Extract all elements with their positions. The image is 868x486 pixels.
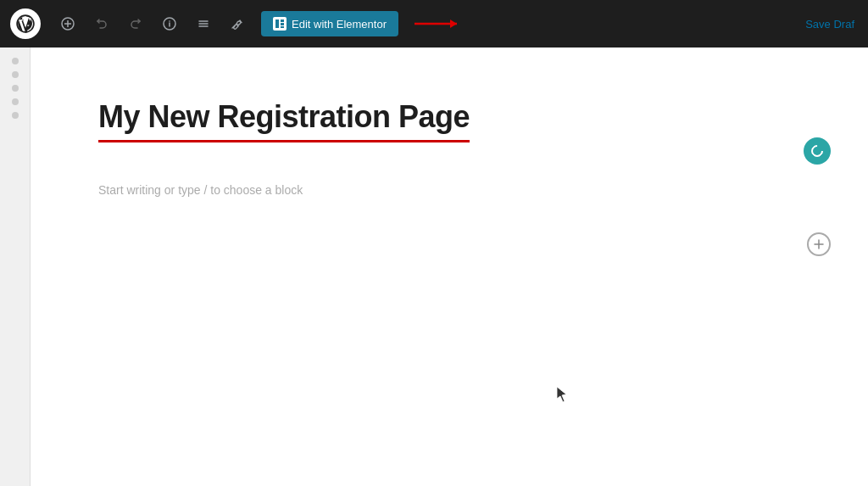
sidebar-dot-2 [12, 71, 19, 78]
sidebar-panel [0, 47, 31, 486]
sidebar-dot-1 [12, 58, 19, 64]
svg-rect-12 [281, 23, 284, 25]
elementor-icon [273, 17, 287, 31]
sidebar-dot-5 [12, 112, 19, 119]
main-content: My New Registration Page Start writing o… [31, 47, 868, 486]
add-block-button[interactable] [807, 232, 831, 256]
arrow-indicator [410, 15, 461, 32]
toolbar: Edit with Elementor Save Draf [0, 0, 868, 47]
undo-icon[interactable] [88, 10, 115, 37]
tools-icon[interactable] [224, 10, 251, 37]
redo-icon[interactable] [122, 10, 149, 37]
save-draft-label: Save Draf [805, 18, 854, 31]
svg-point-6 [169, 20, 170, 22]
page-title[interactable]: My New Registration Page [98, 98, 470, 142]
edit-elementor-label: Edit with Elementor [292, 18, 387, 31]
wordpress-logo[interactable] [10, 8, 41, 39]
list-view-icon[interactable] [190, 10, 217, 37]
sidebar-dot-3 [12, 85, 19, 92]
save-draft-button[interactable]: Save Draf [792, 0, 868, 47]
add-block-toolbar-icon[interactable] [54, 10, 81, 37]
info-icon[interactable] [156, 10, 183, 37]
edit-with-elementor-button[interactable]: Edit with Elementor [261, 11, 398, 36]
svg-rect-10 [275, 20, 279, 28]
block-placeholder[interactable]: Start writing or type / to choose a bloc… [98, 176, 800, 204]
mouse-cursor [556, 386, 566, 401]
svg-rect-11 [281, 20, 284, 22]
teal-history-button[interactable] [804, 137, 831, 165]
svg-rect-13 [281, 26, 284, 28]
svg-marker-15 [450, 20, 457, 28]
sidebar-dot-4 [12, 98, 19, 105]
